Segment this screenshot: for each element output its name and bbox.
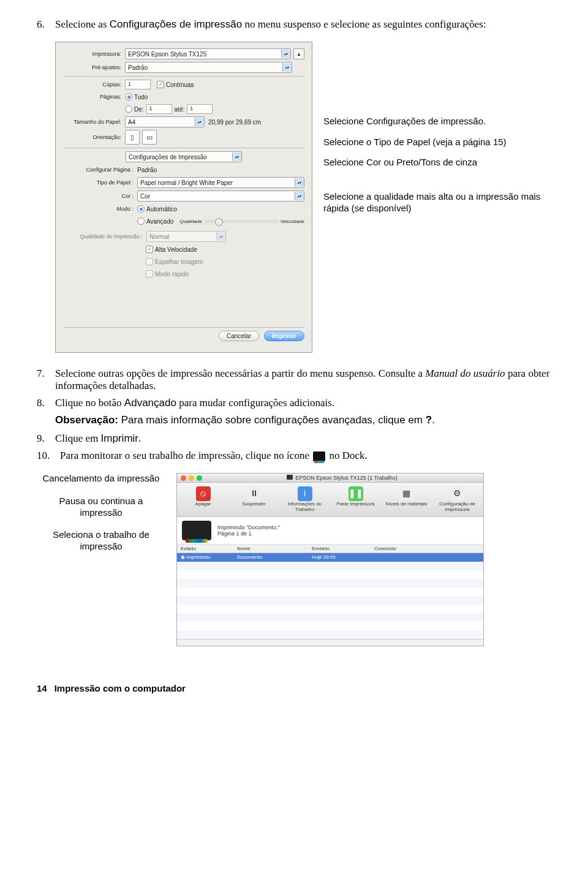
label-orientacao: Orientação: (63, 134, 125, 140)
label-preajustes: Pré-ajustes: (63, 64, 125, 70)
printer-big-icon (182, 521, 211, 540)
expand-up-button[interactable]: ▲ (293, 48, 304, 59)
step-6: 6. Selecione as Configurações de impress… (37, 18, 551, 31)
step-9: 9. Clique em Imprimir. (37, 432, 551, 445)
figure-queue: Cancelamento da impressão Pausa ou conti… (37, 473, 551, 646)
callout-1: Selecione Configurações de impressão. (323, 115, 551, 127)
radio-tudo[interactable] (125, 93, 132, 100)
label-copias: Cópias: (63, 81, 125, 88)
text: Selecione o (323, 137, 374, 147)
suspend-button[interactable]: ⏸ Suspender (229, 485, 279, 514)
step-number: 6. (37, 18, 55, 31)
pause-printer-icon: ❚❚ (349, 486, 363, 501)
label-continuas: Contínuas (166, 81, 194, 88)
label-qualidade-impressao: Qualidade de Impressão : (63, 233, 146, 240)
label-ate: até: (175, 106, 185, 113)
empty-row (177, 596, 483, 605)
term: Configurações de impressão (366, 116, 483, 126)
orientation-portrait-button[interactable]: ▯ (125, 130, 140, 145)
bold-term: Configurações de impressão (110, 18, 242, 30)
text: (veja a página 15) (430, 137, 506, 147)
label-automatico: Automático (146, 206, 177, 213)
radio-automatico[interactable] (137, 205, 145, 213)
term: Cor (366, 157, 381, 167)
chevron-updown-icon: ▴▾ (295, 192, 304, 200)
help-icon: ? (426, 414, 432, 426)
step-body: Clique em Imprimir. (55, 432, 551, 445)
combo-impressora[interactable]: EPSON Epson Stylus TX125 ▴▾ (125, 48, 291, 59)
label-modo: Modo : (63, 206, 137, 212)
print-queue-window: EPSON Epson Stylus TX125 (1 Trabalho) ⦸ … (176, 473, 484, 646)
combo-tamanho[interactable]: A4 ▴▾ (125, 116, 205, 127)
radio-de[interactable] (125, 105, 132, 113)
footer-title: Impressão com o computador (55, 683, 186, 693)
job-info-button[interactable]: i Informações do Trabalho (280, 485, 330, 514)
combo-cor[interactable]: Cor ▴▾ (137, 191, 304, 202)
label-cor: Cor : (63, 193, 137, 199)
text: para mudar configurações adicionais. (176, 397, 334, 409)
callout-2: Selecione o Tipo de Papel (veja a página… (323, 136, 551, 148)
supply-levels-button[interactable]: ▦ Níveis de materiais (382, 485, 431, 514)
radio-avancado[interactable] (137, 217, 145, 225)
levels-icon: ▦ (399, 486, 414, 501)
callout-3: Selecione Cor ou Preto/Tons de cinza (323, 156, 551, 168)
chevron-updown-icon: ▴▾ (295, 178, 304, 187)
empty-row (177, 630, 483, 639)
label: Informações do Trabalho (281, 502, 329, 513)
label-qualidade: Qualidade (179, 219, 202, 224)
combo-tipo-papel[interactable]: Papel normal / Bright White Paper ▴▾ (137, 177, 304, 188)
callout-column: Selecione Configurações de impressão. Se… (323, 42, 551, 353)
chevron-updown-icon: ▴▾ (216, 232, 225, 241)
label-paginas: Páginas: (63, 94, 125, 100)
checkbox-espelhar (146, 258, 153, 265)
combo-value: Configurações de Impressão (129, 154, 207, 160)
traffic-light-zoom-icon[interactable] (197, 475, 202, 481)
checkbox-modo-rapido (146, 270, 153, 278)
label-dim: 20,99 por 29,69 cm (208, 119, 261, 126)
empty-row (177, 579, 483, 587)
empty-row (177, 622, 483, 630)
checkbox-continuas[interactable] (157, 81, 164, 88)
label-tudo: Tudo (134, 94, 148, 100)
input-de[interactable]: 1 (146, 104, 172, 114)
combo-preajustes[interactable]: Padrão ▴▾ (125, 62, 292, 73)
print-button[interactable]: Imprimir (264, 331, 304, 341)
chevron-updown-icon: ▴▾ (232, 153, 241, 161)
traffic-light-minimize-icon[interactable] (189, 475, 194, 481)
empty-row (177, 562, 483, 570)
input-ate[interactable]: 1 (187, 104, 213, 114)
info-icon: i (298, 486, 312, 501)
queue-titlebar: EPSON Epson Stylus TX125 (1 Trabalho) (177, 474, 483, 483)
delete-button[interactable]: ⦸ Apagar (178, 485, 228, 514)
combo-section[interactable]: Configurações de Impressão ▴▾ (126, 151, 242, 162)
col-estado: Estado (177, 545, 233, 553)
page-footer: 14 Impressão com o computador (37, 683, 551, 693)
step-body: Selecione as Configurações de impressão … (55, 18, 551, 31)
label-rapido: Modo rápido (155, 271, 189, 278)
combo-value: Padrão (128, 64, 148, 71)
label: Níveis de materiais (382, 502, 431, 507)
printer-config-button[interactable]: ⚙ Configuração de Impressora (432, 485, 482, 514)
input-copias[interactable]: 1 (125, 80, 151, 89)
callout-4: Selecione a qualidade mais alta ou a imp… (323, 191, 551, 214)
term: Tipo de Papel (374, 137, 430, 147)
note-label: Observação: (55, 414, 118, 426)
stop-printer-button[interactable]: ❚❚ Parar Impressora (331, 485, 380, 514)
empty-row (177, 613, 483, 622)
traffic-light-close-icon[interactable] (181, 475, 186, 481)
text: . (483, 116, 486, 126)
cell-nome: Documento (233, 553, 308, 562)
cancel-button[interactable]: Cancelar (219, 331, 259, 341)
quality-slider[interactable] (204, 220, 279, 223)
queue-job-row[interactable]: ◉ Imprimindo Documento Hoje 20:55 (177, 553, 483, 562)
combo-qualidade: Normal ▴▾ (146, 231, 226, 242)
col-concluido: Concluído (371, 545, 483, 553)
orientation-landscape-button[interactable]: ▭ (142, 130, 157, 145)
combo-value: EPSON Epson Stylus TX125 (128, 51, 206, 58)
qcallout-1: Cancelamento da impressão (37, 473, 165, 485)
step-7: 7. Selecione outras opções de impressão … (37, 368, 551, 392)
text: . (138, 432, 141, 444)
step-body: Clique no botão Advançado para mudar con… (55, 397, 551, 409)
term: Preto/Tons de cinza (396, 157, 477, 167)
checkbox-alta-velocidade[interactable] (146, 246, 153, 253)
